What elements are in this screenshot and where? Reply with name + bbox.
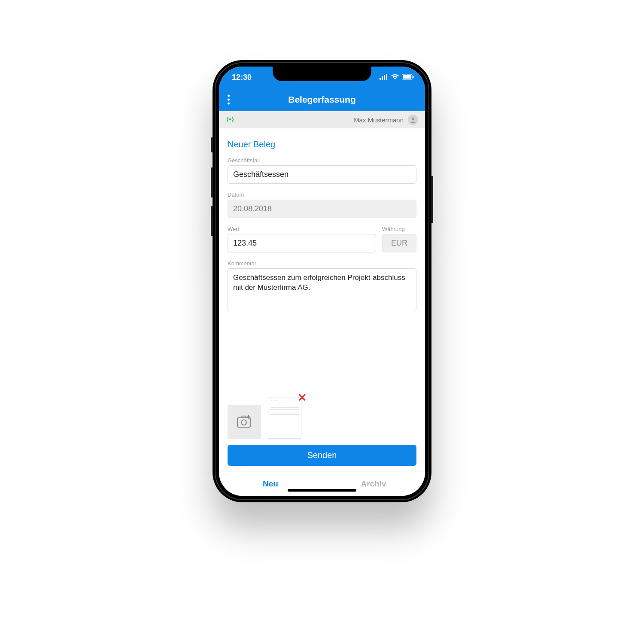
remove-attachment-button[interactable]: ✕ <box>298 392 307 403</box>
volume-down-button <box>211 206 213 236</box>
svg-rect-6 <box>413 76 414 78</box>
camera-plus-icon <box>236 414 252 430</box>
svg-rect-0 <box>380 78 381 80</box>
form-content: Neuer Beleg Geschäftsfall Geschäftsessen… <box>219 128 425 471</box>
attachments-row: ▪▪▪ ▪▪▪ ▪▪▪▪▪▪▪▪▪▪▪▪ ✕ <box>228 398 416 439</box>
svg-rect-9 <box>237 418 250 427</box>
volume-up-button <box>211 167 213 197</box>
svg-rect-1 <box>382 76 383 80</box>
power-button <box>431 176 433 223</box>
business-case-input[interactable]: Geschäftsessen <box>228 165 416 184</box>
svg-point-10 <box>241 420 246 425</box>
date-input[interactable]: 20.08.2018 <box>228 200 416 218</box>
currency-input[interactable]: EUR <box>382 234 416 252</box>
user-name: Max Mustermann <box>354 116 404 124</box>
tab-bar: Neu Archiv <box>219 471 425 496</box>
attachment-thumbnail[interactable]: ▪▪▪ ▪▪▪ ▪▪▪▪▪▪▪▪▪▪▪▪ ✕ <box>268 398 301 439</box>
status-time: 12:30 <box>232 73 252 82</box>
comment-label: Kommentar <box>228 260 416 267</box>
svg-rect-3 <box>386 74 387 80</box>
svg-point-7 <box>229 118 231 120</box>
broadcast-icon <box>226 116 234 124</box>
svg-rect-2 <box>384 75 385 80</box>
battery-icon <box>402 73 414 82</box>
tab-new[interactable]: Neu <box>219 471 322 496</box>
user-bar: Max Mustermann <box>219 111 425 128</box>
add-photo-button[interactable] <box>228 405 261 439</box>
svg-rect-5 <box>403 75 411 79</box>
date-label: Datum <box>228 191 416 198</box>
svg-point-8 <box>412 118 414 120</box>
business-case-label: Geschäftsfall <box>228 157 416 164</box>
comment-textarea[interactable]: Geschäftsessen zum erfolgreichen Projekt… <box>228 268 416 311</box>
device-notch <box>273 67 371 81</box>
avatar-icon[interactable] <box>408 115 418 125</box>
currency-label: Währung <box>382 226 416 232</box>
nav-bar: Belegerfassung <box>219 88 425 111</box>
close-icon: ✕ <box>298 391 307 404</box>
wifi-icon <box>391 73 399 82</box>
amount-label: Wert <box>228 226 376 232</box>
amount-input[interactable]: 123,45 <box>228 234 376 252</box>
menu-button[interactable] <box>228 95 230 105</box>
page-title: Belegerfassung <box>288 94 356 105</box>
home-indicator[interactable] <box>288 489 356 492</box>
mute-switch <box>211 137 213 152</box>
phone-mockup: 12:30 Belegerfassung <box>213 60 431 502</box>
send-button[interactable]: Senden <box>228 445 416 466</box>
section-title: Neuer Beleg <box>228 140 416 149</box>
tab-archive[interactable]: Archiv <box>322 471 425 496</box>
cellular-icon <box>380 73 388 82</box>
